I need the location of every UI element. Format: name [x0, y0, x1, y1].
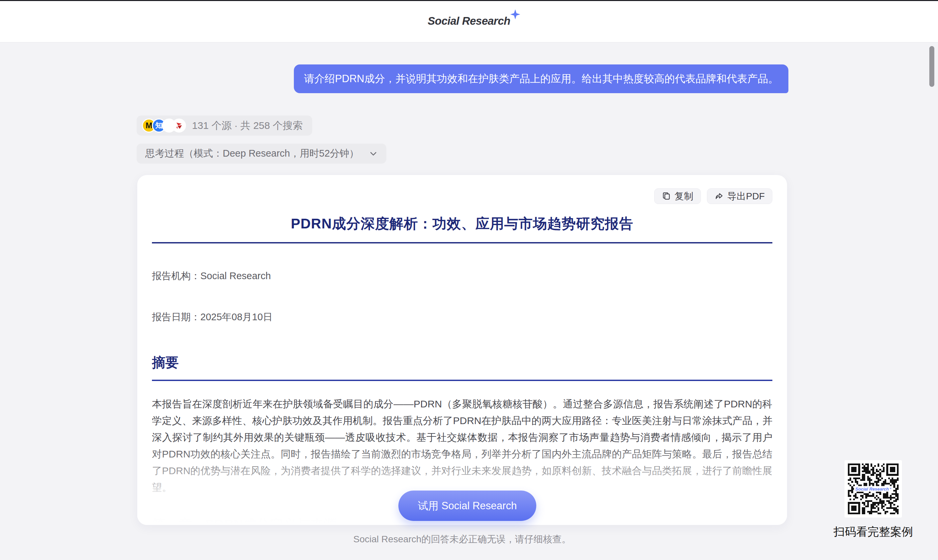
report-toolbar: 复制 导出PDF — [654, 188, 772, 204]
copy-icon — [662, 192, 671, 201]
report-date-label: 报告日期： — [152, 312, 200, 322]
share-arrow-icon — [715, 192, 724, 201]
abstract-heading: 摘要 — [152, 353, 772, 372]
window-top-edge — [0, 0, 938, 1]
report-card-inner: 复制 导出PDF PDRN成分深度解析：功效、应用与市场趋势研究报告 报告机构：… — [137, 175, 787, 525]
source-avatars: M 知 — [142, 118, 186, 132]
m-source-letter: M — [146, 121, 152, 130]
user-query-bubble: 请介绍PDRN成分，并说明其功效和在护肤类产品上的应用。给出其中热度较高的代表品… — [294, 65, 789, 93]
report-date-line: 报告日期：2025年08月10日 — [152, 311, 772, 324]
title-divider — [152, 242, 772, 243]
qr-code: Social Research⁺ — [844, 460, 902, 518]
report-date-value: 2025年08月10日 — [200, 312, 272, 322]
report-title: PDRN成分深度解析：功效、应用与市场趋势研究报告 — [152, 175, 772, 233]
red-source-icon — [172, 118, 186, 132]
abstract-divider — [152, 380, 772, 381]
app-logo: Social Research — [428, 15, 510, 28]
sources-summary-text: 131 个源 · 共 258 个搜索 — [192, 119, 303, 132]
qr-caption: 扫码看完整案例 — [833, 524, 913, 540]
user-query-text: 请介绍PDRN成分，并说明其功效和在护肤类产品上的应用。给出其中热度较高的代表品… — [304, 72, 778, 86]
zhihu-source-letter: 知 — [155, 120, 163, 131]
qr-center-logo: Social Research⁺ — [854, 486, 892, 492]
copy-button-label: 复制 — [675, 190, 693, 203]
abstract-paragraph: 本报告旨在深度剖析近年来在护肤领域备受瞩目的成分——PDRN（多聚脱氧核糖核苷酸… — [152, 396, 772, 496]
try-social-research-button[interactable]: 试用 Social Research — [398, 491, 536, 521]
app-header: Social Research — [0, 0, 938, 42]
export-pdf-button[interactable]: 导出PDF — [707, 188, 772, 204]
try-button-label: 试用 Social Research — [418, 499, 517, 513]
export-pdf-button-label: 导出PDF — [727, 190, 765, 203]
report-card: 复制 导出PDF PDRN成分深度解析：功效、应用与市场趋势研究报告 报告机构：… — [137, 175, 787, 525]
vertical-scrollbar[interactable] — [929, 46, 934, 87]
sparkle-icon — [510, 9, 520, 19]
copy-button[interactable]: 复制 — [654, 188, 701, 204]
sources-summary-pill[interactable]: M 知 131 个源 · 共 258 个搜索 — [137, 115, 312, 135]
thinking-process-toggle[interactable]: 思考过程（模式：Deep Research，用时52分钟） — [137, 144, 386, 164]
report-org-value: Social Research — [200, 271, 271, 281]
report-org-line: 报告机构：Social Research — [152, 269, 772, 283]
app-logo-text: Social Research — [428, 15, 510, 27]
chevron-down-icon — [369, 149, 378, 158]
report-org-label: 报告机构： — [152, 271, 200, 281]
qr-block: Social Research⁺ 扫码看完整案例 — [844, 460, 902, 518]
page: Social Research 请介绍PDRN成分，并说明其功效和在护肤类产品上… — [0, 0, 938, 560]
answer-disclaimer: Social Research的回答未必正确无误，请仔细核查。 — [137, 533, 787, 546]
thinking-process-label: 思考过程（模式：Deep Research，用时52分钟） — [145, 147, 359, 160]
